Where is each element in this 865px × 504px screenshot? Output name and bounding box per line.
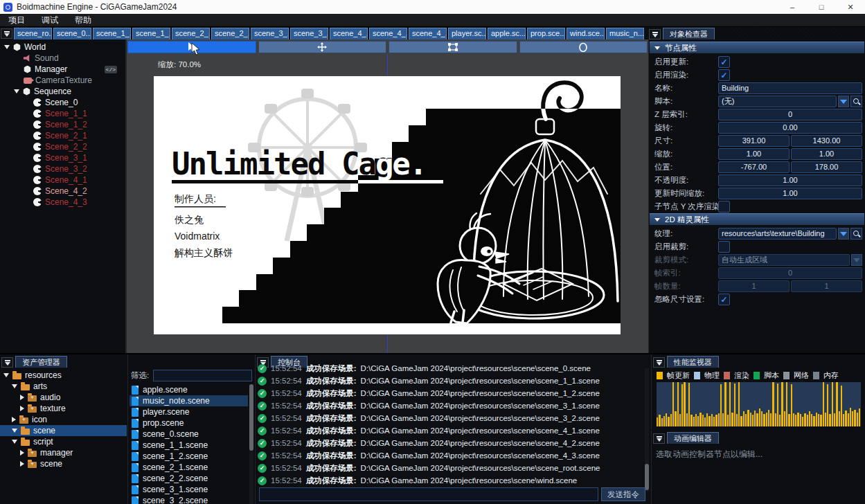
viewport[interactable]: 缩放: 70.0% [127, 39, 648, 353]
minimize-button[interactable]: – [778, 0, 807, 14]
dropdown-arrow-icon[interactable] [851, 254, 862, 266]
asset-folder-item[interactable]: audio [0, 392, 127, 403]
tree-item[interactable]: Scene_2_1 [0, 130, 125, 141]
file-item[interactable]: apple.scene [130, 384, 248, 395]
checkbox[interactable]: ✓ [718, 56, 730, 68]
tree-item[interactable]: Scene_1_2 [0, 119, 125, 130]
tree-item[interactable]: Scene_4_3 [0, 197, 125, 208]
tree-item[interactable]: Sequence [0, 86, 125, 97]
tree-item[interactable]: Scene_1_1 [0, 108, 125, 119]
section-header-1[interactable]: 2D 精灵属性 [650, 213, 864, 225]
combo-value[interactable]: (无) [718, 96, 837, 107]
file-item[interactable]: scene_1_2.scene [130, 451, 248, 462]
asset-folder-item[interactable]: arts [0, 381, 127, 392]
value-field[interactable]: 1.00 [791, 148, 862, 160]
checkbox[interactable] [718, 201, 730, 213]
value-field[interactable]: 1 [791, 280, 862, 292]
editor-tab[interactable]: scene_2_... [211, 28, 249, 39]
tab-inspector[interactable]: 对象检查器 [663, 28, 715, 39]
file-item[interactable]: scene_2_2.scene [130, 473, 248, 484]
asset-folder-item[interactable]: script [0, 436, 127, 447]
value-field[interactable]: -767.00 [718, 161, 790, 173]
menu-item-帮助[interactable]: 帮助 [66, 14, 100, 26]
editor-tab[interactable]: scene_4_... [369, 28, 407, 39]
tree-item[interactable]: Scene_4_2 [0, 186, 125, 197]
asset-folder-item[interactable]: resources [0, 370, 127, 381]
expand-arrow-icon[interactable] [12, 384, 17, 388]
command-input[interactable] [259, 487, 598, 501]
tree-item[interactable]: Scene_2_2 [0, 141, 125, 152]
checkbox[interactable]: ✓ [718, 69, 730, 81]
editor-tab[interactable]: scene_4_... [330, 28, 368, 39]
tree-item[interactable]: Sound [0, 53, 125, 64]
value-field[interactable]: 0 [718, 109, 862, 120]
tree-item[interactable]: Scene_3_1 [0, 152, 125, 163]
tab-animation-editor[interactable]: 动画编辑器 [667, 432, 719, 444]
file-item[interactable]: music_note.scene [130, 395, 248, 406]
collapse-inspector-button[interactable] [649, 29, 661, 39]
combo-value[interactable]: 自动生成区域 [718, 254, 850, 266]
editor-tab[interactable]: scene_4_... [409, 28, 447, 39]
collapse-performance-button[interactable] [653, 357, 665, 368]
editor-tab[interactable]: scene_ro... [14, 28, 52, 39]
asset-folder-item[interactable]: scene [0, 458, 127, 469]
dropdown-arrow-icon[interactable] [838, 96, 849, 107]
file-item[interactable]: prop.scene [130, 417, 248, 429]
asset-folder-item[interactable]: texture [0, 403, 127, 414]
maximize-button[interactable]: □ [807, 0, 836, 14]
tree-item[interactable]: Scene_3_2 [0, 163, 125, 174]
editor-tab[interactable]: apple.sc... [488, 28, 526, 39]
editor-tab[interactable]: scene_1_... [93, 28, 131, 39]
tree-item[interactable]: Scene_4_1 [0, 174, 125, 186]
asset-folder-item[interactable]: manager [0, 447, 127, 458]
checkbox[interactable]: ✓ [718, 294, 730, 305]
value-field[interactable]: 1430.00 [791, 135, 862, 147]
file-item[interactable]: scene_1_1.scene [130, 440, 248, 451]
collapse-arrow-icon[interactable] [20, 461, 24, 467]
tree-item[interactable]: CameraTexture [0, 75, 125, 86]
file-list-scrollbar[interactable] [249, 384, 253, 504]
tab-performance[interactable]: 性能监视器 [667, 356, 719, 368]
file-item[interactable]: scene_2_1.scene [130, 462, 248, 473]
editor-tab[interactable]: scene_3_... [290, 28, 328, 39]
file-item[interactable]: scene_3_2.scene [130, 495, 248, 504]
dropdown-arrow-icon[interactable] [838, 228, 849, 240]
editor-tab[interactable]: prop.sce... [527, 28, 565, 39]
tab-list-button[interactable] [1, 28, 12, 39]
checkbox[interactable] [718, 241, 730, 253]
send-command-button[interactable]: 发送指令 [601, 487, 645, 501]
tree-item[interactable]: Manager</> [0, 64, 125, 75]
section-header-0[interactable]: 节点属性 [650, 42, 864, 53]
expand-arrow-icon[interactable] [12, 429, 17, 433]
expand-arrow-icon[interactable] [4, 45, 10, 49]
combo-value[interactable]: resources\arts\texture\Building [718, 228, 837, 240]
collapse-animation-button[interactable] [653, 433, 665, 444]
collapse-arrow-icon[interactable] [20, 450, 24, 456]
menu-item-项目[interactable]: 项目 [0, 14, 33, 26]
expand-arrow-icon[interactable] [14, 89, 19, 93]
editor-tab[interactable]: wind.sce... [567, 28, 605, 39]
collapse-assets-button[interactable] [1, 357, 13, 368]
expand-arrow-icon[interactable] [3, 373, 9, 377]
rotate-tool-button[interactable] [519, 41, 648, 53]
console-scrollbar[interactable] [645, 368, 649, 492]
tree-item[interactable]: World [0, 42, 125, 53]
tree-item[interactable]: Scene_0 [0, 97, 125, 108]
search-button[interactable] [850, 96, 862, 107]
collapse-arrow-icon[interactable] [20, 406, 24, 411]
editor-tab[interactable]: music_n... [606, 28, 644, 39]
filter-input[interactable] [153, 370, 252, 381]
editor-tab[interactable]: player.sc... [448, 28, 486, 39]
menu-item-调试[interactable]: 调试 [33, 14, 66, 26]
game-canvas[interactable]: Unlimited Cage. Unlimited Cage. 制作人员: 佚之… [154, 76, 621, 334]
value-field[interactable]: 0 [718, 267, 862, 279]
file-item[interactable]: scene_0.scene [130, 429, 248, 440]
file-item[interactable]: player.scene [130, 406, 248, 417]
asset-folder-item[interactable]: icon [0, 414, 127, 425]
close-button[interactable]: ✕ [836, 0, 865, 14]
editor-tab[interactable]: scene_3_... [251, 28, 289, 39]
file-item[interactable]: scene_3_1.scene [130, 484, 248, 495]
asset-folder-item[interactable]: scene [0, 425, 127, 436]
value-field[interactable]: 0.00 [718, 122, 862, 134]
tab-asset-manager[interactable]: 资产管理器 [15, 356, 67, 368]
